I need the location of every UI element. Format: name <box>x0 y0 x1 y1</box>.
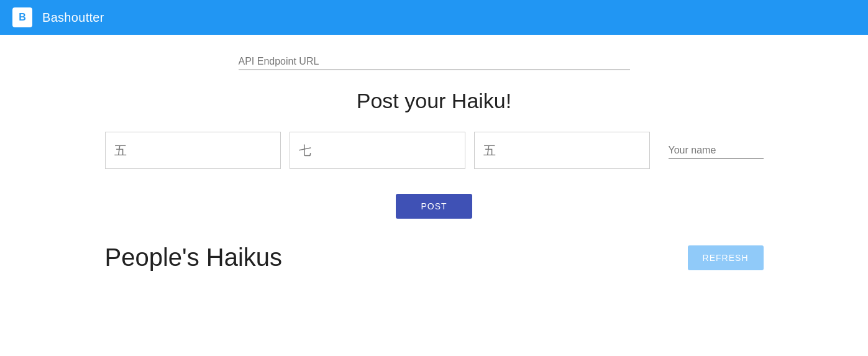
post-button-container: POST <box>105 194 764 219</box>
haiku-inputs-row <box>105 132 764 169</box>
haiku-section-title: Post your Haiku! <box>105 89 764 113</box>
refresh-button[interactable]: REFRESH <box>688 245 764 270</box>
app-title: Bashoutter <box>42 11 104 25</box>
haiku-line1-input[interactable] <box>105 132 281 169</box>
peoples-haikus-title: People's Haikus <box>105 244 283 272</box>
main-content: Post your Haiku! POST People's Haikus RE… <box>93 35 776 284</box>
your-name-wrapper <box>669 142 764 159</box>
api-endpoint-container <box>105 53 764 70</box>
api-endpoint-wrapper <box>239 53 630 70</box>
app-header: B Bashoutter <box>0 0 868 35</box>
haiku-line2-input[interactable] <box>290 132 465 169</box>
peoples-haikus-section: People's Haikus REFRESH <box>105 244 764 284</box>
app-logo: B <box>12 7 32 27</box>
post-button[interactable]: POST <box>396 194 472 219</box>
your-name-input[interactable] <box>669 142 764 159</box>
api-endpoint-input[interactable] <box>239 53 630 70</box>
haiku-line3-input[interactable] <box>474 132 650 169</box>
